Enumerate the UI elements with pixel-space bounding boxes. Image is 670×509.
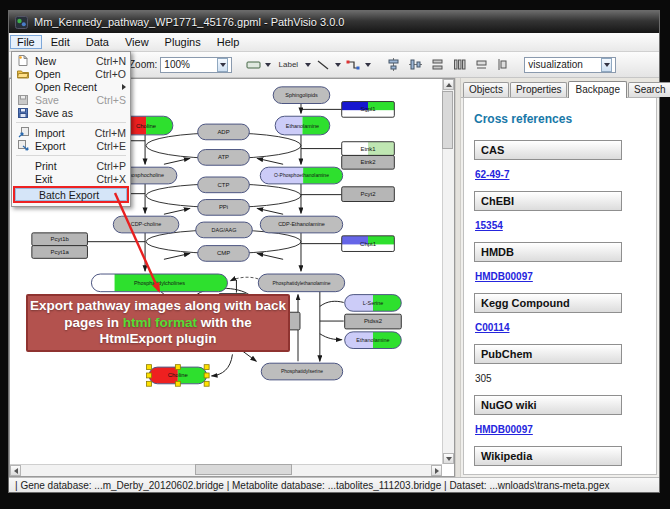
selection-handle[interactable] xyxy=(204,373,209,378)
stack-columns-button[interactable] xyxy=(449,55,469,74)
file-menu-save[interactable]: Save Ctrl+S xyxy=(12,93,130,106)
distribute-button[interactable] xyxy=(493,55,513,74)
menu-file[interactable]: File xyxy=(10,35,42,49)
pathway-node-etnk1[interactable]: Etnk1 xyxy=(342,142,395,156)
app-icon xyxy=(15,16,28,29)
pathway-node-sphingolipids[interactable]: Sphingolipids xyxy=(273,87,330,104)
pathway-node-chpt1[interactable]: Chpt1 xyxy=(342,236,395,252)
stack-rows-button[interactable] xyxy=(427,55,447,74)
align-size-button[interactable] xyxy=(471,55,491,74)
zoom-dropdown-icon[interactable] xyxy=(217,58,228,72)
crossref-link[interactable]: C00114 xyxy=(475,322,509,333)
canvas-vertical-scrollbar[interactable] xyxy=(442,79,454,464)
tab-objects[interactable]: Objects xyxy=(463,82,509,97)
file-menu-dropdown: New Ctrl+N Open Ctrl+O Open Recent Save … xyxy=(11,51,131,207)
align-middle-button[interactable] xyxy=(405,55,425,74)
pathway-node-cdp-ethanolamine[interactable]: CDP-Ethanolamine xyxy=(260,216,342,233)
crossref-section-nugo: NuGO wiki HMDB00097 xyxy=(474,395,646,437)
selection-handle[interactable] xyxy=(204,365,209,370)
selection-handle[interactable] xyxy=(147,365,152,370)
annotation-callout: Export pathway images along with back pa… xyxy=(26,294,290,352)
menu-plugins[interactable]: Plugins xyxy=(158,35,208,49)
pathway-node-l-serine[interactable]: L-Serine xyxy=(345,295,402,312)
menu-view[interactable]: View xyxy=(118,35,156,49)
pathway-node-ethanolamine-top[interactable]: Ethanolamine xyxy=(275,116,330,135)
crossref-link[interactable]: HMDB00097 xyxy=(475,424,533,435)
vertical-scroll-thumb[interactable] xyxy=(442,91,453,149)
status-bar: | Gene database: ...m_Derby_20120602.bri… xyxy=(9,477,659,492)
tab-search[interactable]: Search xyxy=(628,82,670,97)
file-menu-open[interactable]: Open Ctrl+O xyxy=(12,67,130,80)
tab-backpage[interactable]: Backpage xyxy=(568,81,626,98)
align-center-button[interactable] xyxy=(383,55,403,74)
crossref-value: 305 xyxy=(475,373,492,384)
selection-handle[interactable] xyxy=(147,373,152,378)
selection-handle[interactable] xyxy=(204,381,209,386)
selection-handle[interactable] xyxy=(147,381,152,386)
scroll-right-button[interactable] xyxy=(431,465,442,476)
connector-tool-dropdown[interactable] xyxy=(364,55,372,74)
datanode-tool-button[interactable] xyxy=(243,55,263,74)
pathway-node-phosphatidylserine[interactable]: Phosphatidylserine xyxy=(261,363,342,380)
svg-text:Choline: Choline xyxy=(136,123,157,129)
pathway-node-phosphatidylethanolamine[interactable]: Phosphatidylethanolamine xyxy=(258,274,344,292)
pathway-node-dag-aag[interactable]: DAG/AAG xyxy=(196,222,253,238)
menu-help[interactable]: Help xyxy=(210,35,247,49)
pathway-node-pcyt1a[interactable]: Pcyt1a xyxy=(32,246,88,259)
pathway-node-ctp[interactable]: CTP xyxy=(198,177,250,193)
label-tool-button[interactable]: Label xyxy=(273,55,303,74)
svg-text:Phosphatidylethanolamine: Phosphatidylethanolamine xyxy=(272,281,330,286)
file-menu-export[interactable]: Export Ctrl+E xyxy=(12,139,130,152)
horizontal-scroll-thumb[interactable] xyxy=(195,464,292,475)
zoom-value: 100% xyxy=(164,59,214,70)
pathway-node-cmp[interactable]: CMP xyxy=(198,246,250,262)
file-menu-exit[interactable]: Exit Ctrl+X xyxy=(12,172,130,185)
pathway-node-pcyt2[interactable]: Pcyt2 xyxy=(342,187,395,202)
pathway-node-pcyt1b[interactable]: Pcyt1b xyxy=(32,233,88,246)
pathway-node-atp[interactable]: ATP xyxy=(198,150,250,166)
svg-text:Sgpl1: Sgpl1 xyxy=(360,106,375,112)
crossref-link[interactable]: 15354 xyxy=(475,220,503,231)
file-menu-batch-export[interactable]: Batch Export xyxy=(15,188,127,201)
pathway-node-sgpl1[interactable]: Sgpl1 xyxy=(342,102,395,118)
side-panel-tabs: Objects Properties Backpage Search Legen… xyxy=(461,78,659,98)
datanode-tool-dropdown[interactable] xyxy=(264,55,272,74)
crossref-link[interactable]: 62-49-7 xyxy=(475,169,509,180)
visualization-dropdown-icon[interactable] xyxy=(601,58,612,72)
pathway-node-etnk2[interactable]: Etnk2 xyxy=(342,155,395,169)
menu-data[interactable]: Data xyxy=(79,35,116,49)
menu-edit[interactable]: Edit xyxy=(44,35,77,49)
file-menu-open-recent[interactable]: Open Recent xyxy=(12,80,130,93)
crossref-section-wikipedia: Wikipedia Choline xyxy=(474,446,646,475)
scroll-up-button[interactable] xyxy=(443,79,454,90)
tab-properties[interactable]: Properties xyxy=(510,82,568,97)
line-tool-button[interactable] xyxy=(313,55,333,74)
zoom-combobox[interactable]: 100% xyxy=(160,57,232,73)
pathway-node-o-phosphoethanolamine[interactable]: O-Phosphoethanolamine xyxy=(260,167,342,184)
selection-handle[interactable] xyxy=(175,365,180,370)
pathway-node-choline-bottom[interactable]: Choline xyxy=(147,365,210,387)
scroll-down-button[interactable] xyxy=(443,453,454,464)
file-menu-import[interactable]: Import Ctrl+M xyxy=(12,126,130,139)
pathway-node-ptdss2[interactable]: Ptdss2 xyxy=(345,314,402,329)
svg-text:ADP: ADP xyxy=(217,129,229,135)
canvas-horizontal-scrollbar[interactable] xyxy=(10,464,442,476)
submenu-arrow-icon xyxy=(122,84,126,90)
file-menu-save-as[interactable]: Save as xyxy=(12,106,130,119)
file-menu-print[interactable]: Print Ctrl+P xyxy=(12,159,130,172)
pathway-node-phosphatidylcholines[interactable]: Phosphatidylcholines xyxy=(91,274,227,292)
selection-handle[interactable] xyxy=(175,381,180,386)
pathway-node-adp[interactable]: ADP xyxy=(198,124,250,140)
file-menu-new[interactable]: New Ctrl+N xyxy=(12,54,130,67)
visualization-combobox[interactable]: visualization xyxy=(524,57,616,73)
line-tool-dropdown[interactable] xyxy=(334,55,342,74)
scroll-left-button[interactable] xyxy=(10,465,21,476)
pathway-node-cdp-choline[interactable]: CDP-choline xyxy=(113,216,179,233)
connector-tool-button[interactable] xyxy=(343,55,363,74)
crossref-link[interactable]: HMDB00097 xyxy=(475,271,533,282)
label-tool-dropdown[interactable] xyxy=(304,55,312,74)
stack-columns-icon xyxy=(453,58,466,71)
pathway-node-ppi[interactable]: PPi xyxy=(198,200,250,216)
crossref-db-name: HMDB xyxy=(474,242,622,262)
pathway-node-ethanolamine-bottom[interactable]: Ethanolamine xyxy=(345,332,402,349)
